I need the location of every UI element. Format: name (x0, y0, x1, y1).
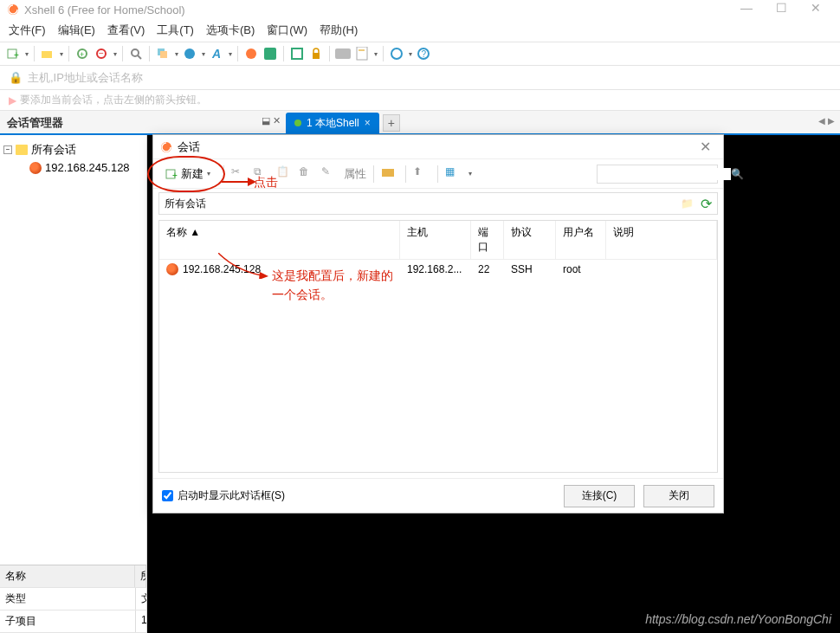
main-toolbar: +▾ ▾ + −▾ ▾ ▾ A▾ ▾ ▾ ? (0, 42, 840, 66)
lock-icon[interactable] (308, 46, 324, 61)
disconnect-icon[interactable]: − (94, 46, 109, 61)
menu-window[interactable]: 窗口(W) (267, 23, 307, 38)
col-proto[interactable]: 协议 (504, 221, 556, 259)
help-icon[interactable]: ? (416, 46, 431, 61)
svg-rect-11 (160, 51, 167, 58)
delete-icon[interactable]: 🗑 (299, 165, 316, 183)
script-icon[interactable] (354, 46, 370, 61)
paste-icon[interactable] (182, 46, 197, 61)
view-mode-icon[interactable]: ▦ (445, 165, 462, 183)
connect-button[interactable]: 连接(C) (564, 485, 635, 507)
svg-rect-18 (357, 47, 367, 60)
tree-session-item[interactable]: 192.168.245.128 (3, 159, 143, 176)
menubar: 文件(F) 编辑(E) 查看(V) 工具(T) 选项卡(B) 窗口(W) 帮助(… (0, 19, 840, 42)
maximize-button[interactable]: ☐ (764, 1, 798, 18)
tab-label: 1 本地Shell (307, 116, 359, 131)
svg-point-12 (184, 48, 195, 59)
xftp-icon[interactable] (262, 46, 278, 61)
tree-collapse-icon[interactable]: − (3, 145, 12, 154)
col-desc[interactable]: 说明 (606, 221, 717, 259)
copy-icon[interactable] (155, 46, 171, 61)
checkbox-input[interactable] (162, 490, 173, 501)
svg-rect-3 (42, 51, 52, 58)
row-host: 192.168.2... (400, 260, 471, 279)
search-input[interactable] (601, 168, 731, 180)
encoding-icon[interactable] (389, 46, 404, 61)
svg-rect-14 (264, 48, 276, 60)
session-icon (29, 162, 42, 174)
dialog-bottom: 启动时显示此对话框(S) 连接(C) 关闭 (153, 478, 723, 513)
col-host[interactable]: 主机 (400, 221, 471, 259)
menu-view[interactable]: 查看(V) (107, 23, 145, 38)
new-session-icon[interactable]: + (5, 46, 21, 61)
close-button[interactable]: 关闭 (643, 485, 714, 507)
titlebar: Xshell 6 (Free for Home/School) — ☐ ✕ (0, 0, 840, 19)
prop-sub-label: 子项目 (0, 610, 136, 632)
tab-scroll-arrows[interactable]: ◀ ▶ (818, 116, 835, 126)
menu-help[interactable]: 帮助(H) (320, 23, 358, 38)
tab-row: 会话管理器 ⬓ ✕ 1 本地Shell × + ◀ ▶ (0, 111, 840, 135)
refresh-icon[interactable]: ⟳ (701, 196, 712, 212)
folder-icon (16, 145, 28, 155)
reconnect-icon[interactable]: + (74, 46, 90, 61)
minimize-button[interactable]: — (729, 1, 764, 18)
session-manager-controls[interactable]: ⬓ ✕ (262, 115, 281, 126)
session-manager-title: 会话管理器 (7, 115, 63, 131)
copy2-icon[interactable]: ⧉ (254, 165, 271, 183)
path-folder-icon[interactable]: 📁 (681, 197, 694, 210)
tab-add-button[interactable]: + (383, 114, 400, 132)
dialog-path-bar[interactable]: 所有会话 📁 ⟳ (158, 192, 718, 215)
properties-label[interactable]: 属性 (344, 166, 366, 182)
svg-point-8 (132, 49, 139, 56)
hint-text: 要添加当前会话，点击左侧的箭头按钮。 (20, 93, 207, 107)
prop-sub-val: 1 (136, 610, 146, 632)
prop-type-val: 文 (136, 588, 146, 610)
svg-rect-26 (382, 169, 394, 177)
rename-icon[interactable]: ✎ (321, 165, 339, 183)
svg-text:+: + (80, 50, 84, 59)
flag-icon: ▶ (9, 94, 16, 107)
xagent-icon[interactable] (243, 46, 259, 61)
list-row[interactable]: 192.168.245.128 192.168.2... 22 SSH root (159, 260, 717, 279)
open-icon[interactable] (40, 46, 55, 61)
col-port[interactable]: 端口 (471, 221, 504, 259)
up-folder-icon[interactable]: ⬆ (413, 165, 430, 183)
svg-point-0 (8, 4, 18, 15)
cut-icon[interactable]: ✂ (231, 165, 249, 183)
show-on-startup-checkbox[interactable]: 启动时显示此对话框(S) (162, 488, 285, 503)
search-go-icon[interactable]: 🔍 (731, 168, 744, 180)
paste2-icon[interactable]: 📋 (276, 165, 294, 183)
menu-edit[interactable]: 编辑(E) (58, 23, 95, 38)
col-name[interactable]: 名称 ▲ (159, 221, 400, 259)
address-bar[interactable]: 🔒 主机,IP地址或会话名称 (0, 66, 840, 90)
dialog-search[interactable]: 🔍 (597, 165, 718, 184)
prop-name-val: 所 (135, 565, 146, 587)
new-session-button[interactable]: + 新建 ▾ (158, 163, 216, 185)
tab-status-dot (294, 119, 301, 126)
close-window-button[interactable]: ✕ (798, 1, 833, 18)
svg-rect-16 (313, 53, 320, 59)
menu-file[interactable]: 文件(F) (9, 23, 46, 38)
row-session-icon (166, 263, 178, 275)
keyboard-icon[interactable] (335, 46, 351, 61)
folder2-icon[interactable] (381, 165, 398, 183)
svg-point-20 (391, 48, 402, 59)
menu-tabs[interactable]: 选项卡(B) (206, 23, 255, 38)
row-name: 192.168.245.128 (183, 263, 261, 275)
menu-tools[interactable]: 工具(T) (157, 23, 194, 38)
address-placeholder: 主机,IP地址或会话名称 (28, 70, 143, 86)
tree-root[interactable]: − 所有会话 (3, 140, 143, 159)
lock-small-icon: 🔒 (9, 71, 23, 84)
fullscreen-icon[interactable] (289, 46, 305, 61)
tab-local-shell[interactable]: 1 本地Shell × (286, 113, 379, 133)
search-icon[interactable] (128, 46, 144, 61)
prop-type-label: 类型 (0, 588, 136, 610)
svg-text:+: + (172, 171, 178, 180)
col-user[interactable]: 用户名 (556, 221, 606, 259)
dialog-close-button[interactable]: ✕ (695, 139, 716, 155)
font-icon[interactable]: A (209, 46, 224, 61)
list-header: 名称 ▲ 主机 端口 协议 用户名 说明 (159, 221, 717, 260)
svg-text:+: + (14, 50, 19, 60)
row-desc (606, 260, 717, 279)
tab-close-icon[interactable]: × (365, 117, 371, 129)
